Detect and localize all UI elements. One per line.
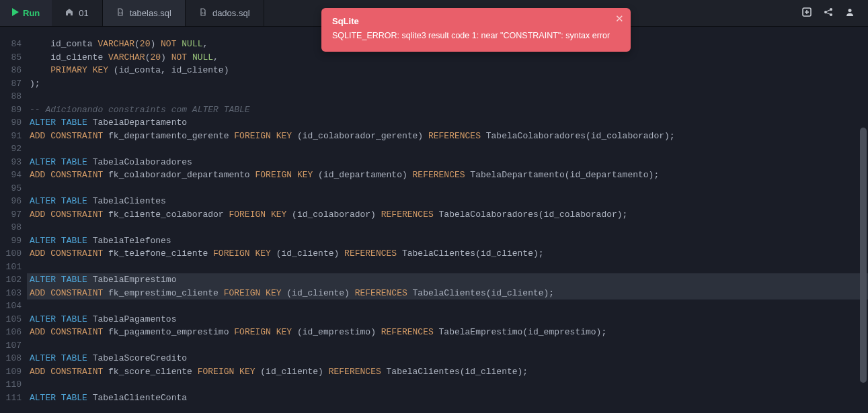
code-line[interactable] [27,142,868,156]
code-line[interactable]: ADD CONSTRAINT fk_telefone_cliente FOREI… [27,247,868,261]
line-number: 94 [0,169,27,182]
file-icon [199,8,207,18]
line-number: 85 [0,51,27,64]
line-number: 90 [0,116,27,130]
code-line[interactable] [27,300,868,313]
tab-tabelas-sql[interactable]: tabelas.sql [103,0,186,26]
line-number: 93 [0,156,27,169]
line-number: 92 [0,142,27,156]
line-number: 101 [0,261,27,274]
code-line[interactable]: ADD CONSTRAINT fk_pagamento_emprestimo F… [27,326,868,339]
line-number: 106 [0,326,27,339]
code-line[interactable] [27,339,868,353]
toast-title: SqLite [332,16,612,26]
line-number: 87 [0,77,27,91]
line-number: 88 [0,90,27,103]
share-icon[interactable] [824,7,833,19]
code-line[interactable]: ALTER TABLE TabelaDepartamento [27,116,868,130]
code-line[interactable]: ALTER TABLE TabelaScoreCredito [27,352,868,365]
line-number: 111 [0,392,27,405]
line-number: 100 [0,247,27,261]
line-number: 86 [0,64,27,77]
code-line[interactable]: ADD CONSTRAINT fk_score_cliente FOREIGN … [27,365,868,379]
code-line[interactable]: PRIMARY KEY (id_conta, id_cliente) [27,64,868,77]
line-number: 84 [0,38,27,51]
code-line[interactable]: -- Adicionando constraints com ALTER TAB… [27,103,868,117]
line-number: 97 [0,208,27,222]
code-line[interactable] [27,182,868,195]
code-line[interactable]: ADD CONSTRAINT fk_emprestimo_cliente FOR… [27,287,868,300]
code-line[interactable]: ADD CONSTRAINT fk_cliente_colaborador FO… [27,208,868,222]
home-icon [65,8,73,18]
toast-message: SQLITE_ERROR: sqlite3 result code 1: nea… [332,30,612,42]
line-number: 98 [0,221,27,234]
code-line[interactable] [27,378,868,392]
line-number: 104 [0,300,27,313]
line-number: 103 [0,287,27,300]
line-number: 109 [0,365,27,379]
toolbar-right [802,7,868,19]
file-icon [116,8,124,18]
line-number: 91 [0,130,27,143]
line-number: 95 [0,182,27,195]
code-editor[interactable]: 8485868788899091929394959697989910010110… [0,27,868,413]
code-line[interactable] [27,221,868,234]
line-number: 108 [0,352,27,365]
run-button[interactable]: Run [0,0,52,26]
code-line[interactable]: ADD CONSTRAINT fk_colaborador_departamen… [27,169,868,182]
line-number: 110 [0,378,27,392]
tab-01[interactable]: 01 [52,0,102,26]
svg-point-4 [849,9,852,12]
vertical-scrollbar[interactable] [860,128,867,383]
line-number: 102 [0,273,27,287]
code-line[interactable]: ALTER TABLE TabelaClientes [27,195,868,208]
code-line[interactable]: ALTER TABLE TabelaColaboradores [27,156,868,169]
code-line[interactable]: ALTER TABLE TabelaPagamentos [27,313,868,326]
line-number: 89 [0,103,27,117]
line-number: 107 [0,339,27,353]
line-number: 105 [0,313,27,326]
user-icon[interactable] [845,7,855,19]
error-toast: ✕ SqLite SQLITE_ERROR: sqlite3 result co… [321,8,631,52]
tab-label: tabelas.sql [130,8,171,18]
line-number: 96 [0,195,27,208]
code-line[interactable]: ALTER TABLE TabelaEmprestimo [27,273,868,287]
add-icon[interactable] [802,7,812,19]
play-icon [12,8,19,18]
line-gutter: 8485868788899091929394959697989910010110… [0,27,27,413]
code-area[interactable]: id_conta VARCHAR(20) NOT NULL, id_client… [27,27,868,413]
code-line[interactable] [27,90,868,103]
tab-label: 01 [79,8,88,18]
tab-dados-sql[interactable]: dados.sql [186,0,264,26]
tab-label: dados.sql [212,8,250,18]
code-line[interactable]: ALTER TABLE TabelaClienteConta [27,392,868,405]
code-line[interactable]: ALTER TABLE TabelaTelefones [27,234,868,248]
code-line[interactable]: ); [27,77,868,91]
close-icon[interactable]: ✕ [615,13,624,24]
code-line[interactable]: ADD CONSTRAINT fk_departamento_gerente F… [27,130,868,143]
run-label: Run [23,8,40,18]
code-line[interactable] [27,261,868,274]
line-number: 99 [0,234,27,248]
code-line[interactable]: id_cliente VARCHAR(20) NOT NULL, [27,51,868,64]
